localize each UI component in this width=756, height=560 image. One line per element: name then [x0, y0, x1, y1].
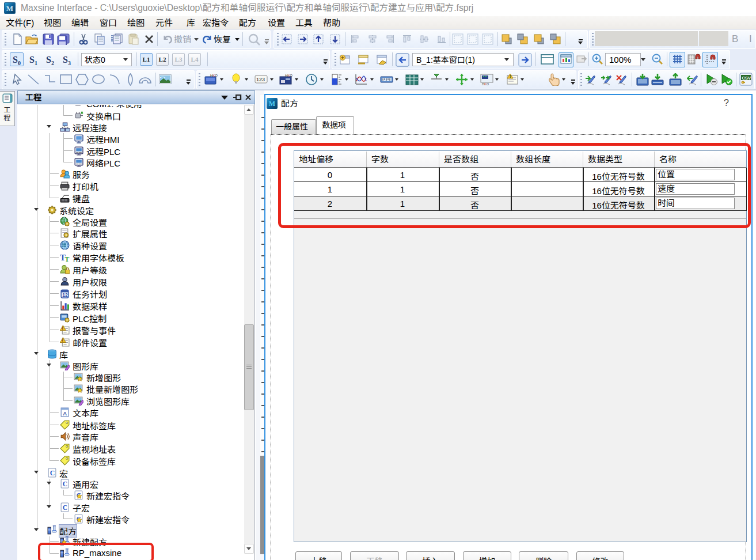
svg-text:C: C [63, 480, 67, 488]
svg-text:123: 123 [256, 77, 265, 82]
svg-text:HKO: HKO [482, 82, 489, 86]
svg-text:T: T [65, 256, 70, 262]
svg-text:12: 12 [62, 292, 68, 298]
svg-text:M: M [269, 100, 275, 108]
svg-text:HKO: HKO [210, 74, 218, 77]
svg-text:C: C [50, 470, 55, 477]
svg-text:!: ! [510, 74, 511, 78]
svg-text:M: M [6, 4, 13, 13]
svg-text:!: ! [62, 326, 63, 331]
svg-text:A: A [63, 410, 67, 417]
svg-text:C: C [63, 504, 67, 512]
svg-text:!: ! [62, 338, 63, 343]
svg-text:CSV: CSV [742, 75, 751, 81]
svg-text:HKO: HKO [285, 74, 292, 77]
